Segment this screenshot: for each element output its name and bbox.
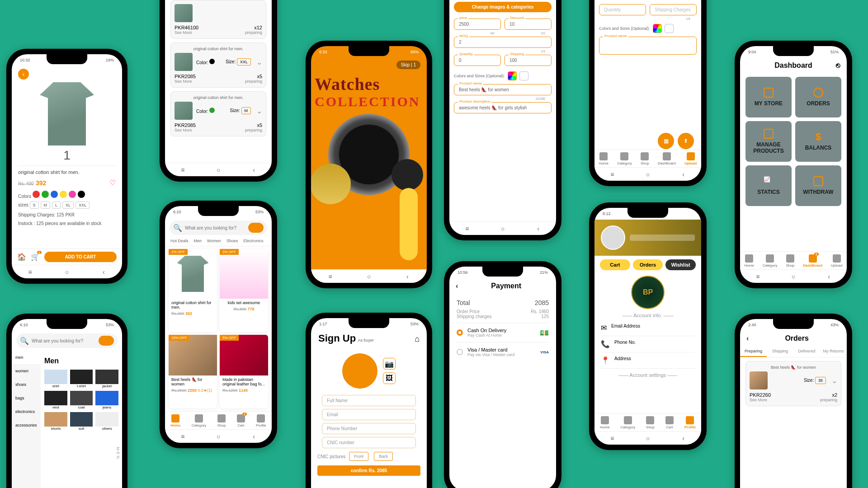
grid-item[interactable]: jacket — [95, 370, 118, 388]
fullname-input[interactable]: Full Name — [322, 395, 416, 406]
grid-item[interactable]: others — [95, 412, 118, 431]
add-to-cart-button[interactable]: ADD TO CART — [44, 252, 117, 262]
back-button[interactable]: ‹ — [456, 282, 458, 290]
tab-category[interactable]: Category — [617, 152, 632, 165]
order-card[interactable]: PKR46100x12 See Morepreparing — [170, 0, 266, 39]
tab-upload[interactable]: Upload — [684, 152, 697, 165]
size-opt[interactable]: XL — [62, 202, 74, 209]
name-input[interactable]: Product name — [599, 37, 697, 55]
tab-shipping[interactable]: Shipping — [767, 346, 793, 357]
chip[interactable]: Men — [194, 239, 202, 243]
tab-home[interactable]: Home — [599, 152, 609, 165]
tab-cart[interactable]: Cart — [600, 259, 630, 270]
tab-returns[interactable]: My Returns — [820, 346, 847, 357]
side-cat[interactable]: women — [12, 364, 41, 378]
gallery-icon[interactable]: 🖼 — [383, 372, 396, 384]
tab-orders[interactable]: Orders — [633, 259, 663, 270]
camera-icon[interactable]: 📷 — [383, 358, 396, 370]
tab-cart[interactable]: Cart — [665, 416, 674, 429]
size-picker-icon[interactable] — [665, 24, 674, 33]
tab-dashboard[interactable]: DashBoard — [658, 152, 676, 165]
home-icon[interactable]: ⌂ — [415, 334, 420, 344]
grid-item[interactable]: shirt — [44, 370, 67, 388]
address-row[interactable]: 📍Address — [601, 352, 695, 369]
chip[interactable]: Shoes — [226, 239, 238, 243]
tile-mystore[interactable]: MY STORE — [745, 77, 792, 117]
discount-input[interactable]: 10 — [509, 22, 514, 27]
see-more[interactable]: See More — [175, 79, 192, 84]
tile-statics[interactable]: 📈STATICS — [745, 165, 792, 206]
side-cat[interactable]: electronics — [12, 405, 41, 418]
product-card[interactable]: 3% OFF kids set awesome Rs.800 776 — [220, 249, 268, 332]
side-cat[interactable]: shoes — [12, 378, 41, 391]
confirm-button[interactable]: confirm Rs. 2085 — [317, 465, 420, 476]
nav-home[interactable]: ○ — [61, 268, 72, 276]
avatar[interactable] — [601, 225, 625, 250]
size-opt[interactable]: M — [41, 202, 51, 209]
order-card[interactable]: Best heels 👠 for women Size: 35 ⌄ PKR226… — [745, 361, 841, 406]
tile-manage[interactable]: MANAGE PRODUCTS — [745, 121, 792, 162]
tab-shop[interactable]: Shop — [646, 416, 655, 429]
tab-category[interactable]: Category — [192, 414, 206, 427]
chip[interactable]: Hot Deals — [170, 239, 189, 243]
image-button[interactable]: ▦ — [658, 133, 674, 149]
qty-input[interactable]: 0 — [459, 58, 462, 63]
tab-home[interactable]: Home — [170, 414, 180, 427]
grid-item[interactable]: t-shirt — [70, 370, 93, 388]
price-input[interactable]: 2500 — [459, 22, 469, 27]
side-cat[interactable]: men — [12, 351, 41, 364]
grid-item[interactable]: vest — [44, 391, 67, 409]
nav-back[interactable]: ‹ — [98, 268, 109, 276]
tab-shop[interactable]: Shop — [217, 414, 226, 427]
grid-item[interactable]: shorts — [44, 412, 67, 431]
tile-withdraw[interactable]: WITHDRAW — [795, 165, 841, 206]
tile-orders[interactable]: ORDERS — [795, 77, 841, 117]
side-cat[interactable]: bags — [12, 391, 41, 405]
grid-item[interactable]: coat — [70, 391, 93, 409]
qty-input[interactable]: Quantity — [599, 4, 646, 15]
tab-profile[interactable]: Profile — [684, 416, 696, 429]
phone-row[interactable]: 📞Phone No. — [601, 336, 695, 352]
tab-preparing[interactable]: Preparing — [740, 346, 767, 357]
payment-option-visa[interactable]: Visa / Master cardPay via Visa / Master … — [457, 342, 549, 361]
ship-input[interactable]: Shipping Charges — [650, 4, 697, 15]
phone-input[interactable]: Phone Number — [322, 423, 416, 434]
size-opt[interactable]: XXL — [75, 202, 90, 209]
see-more[interactable]: See More — [175, 30, 192, 35]
chip[interactable]: Women — [207, 239, 221, 243]
cnic-back-button[interactable]: Back — [374, 452, 393, 461]
store-icon[interactable]: 🏠 — [17, 253, 26, 261]
tab-home[interactable]: Home — [600, 416, 609, 429]
tab-category[interactable]: Category — [621, 416, 635, 429]
back-button[interactable]: ‹ — [746, 334, 749, 343]
name-input[interactable]: Best heels 👠 for women — [459, 87, 509, 92]
size-opt[interactable]: L — [52, 202, 61, 209]
desc-input[interactable]: awesome heels 👠 for girls stylish — [459, 105, 527, 110]
tab-category[interactable]: Category — [763, 254, 777, 267]
email-input[interactable]: Email — [322, 409, 416, 420]
tab-shop[interactable]: Shop — [786, 254, 795, 267]
tab-dashboard[interactable]: 1DashBoard — [803, 254, 822, 267]
chevron-down-icon[interactable]: ⌄ — [256, 107, 262, 115]
logout-icon[interactable]: ⎋ — [836, 61, 840, 70]
size-opt[interactable]: S — [30, 202, 39, 209]
cnic-front-button[interactable]: Front — [349, 452, 368, 461]
side-cat[interactable]: accessories — [12, 418, 41, 432]
tab-upload[interactable]: Upload — [831, 254, 842, 267]
size-picker-icon[interactable] — [519, 71, 528, 80]
tab-profile[interactable]: Profile — [256, 414, 266, 427]
see-more[interactable]: See More — [750, 398, 767, 402]
chevron-down-icon[interactable]: ⌄ — [831, 376, 837, 385]
avatar-placeholder[interactable] — [342, 353, 377, 389]
back-button[interactable]: ‹ — [18, 69, 29, 80]
change-images-button[interactable]: Change images & categories — [454, 2, 552, 12]
shipping-input[interactable]: 100 — [509, 58, 517, 63]
tab-wishlist[interactable]: Wishlist — [665, 259, 696, 270]
order-card[interactable]: original cotton shirt for men. Color: Si… — [170, 91, 266, 136]
email-row[interactable]: ✉Email Address — [601, 320, 695, 336]
tab-delivered[interactable]: Delivered — [793, 346, 820, 357]
search-input[interactable]: 🔍 — [16, 333, 118, 348]
search-input[interactable]: 🔍 — [170, 221, 267, 235]
cnic-input[interactable]: CNIC number — [322, 437, 416, 448]
color-picker-icon[interactable] — [653, 24, 662, 33]
